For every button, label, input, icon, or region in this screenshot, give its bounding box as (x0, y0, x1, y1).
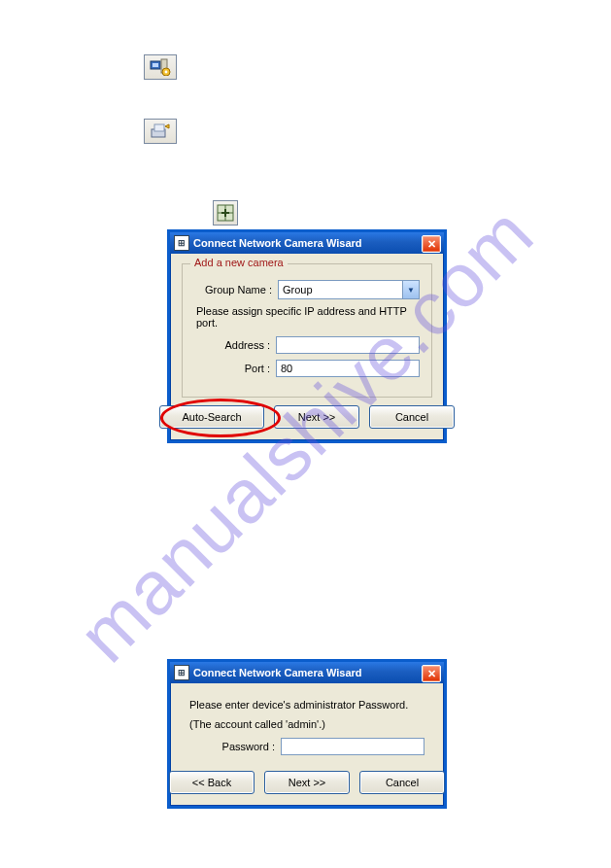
svg-rect-6 (154, 124, 164, 131)
computer-gear-icon[interactable] (144, 54, 177, 80)
password-input[interactable] (281, 738, 424, 755)
cancel-button[interactable]: Cancel (369, 405, 455, 429)
dialog-title: Connect Network Camera Wisard (193, 667, 362, 678)
password-label: Password : (187, 741, 281, 752)
password-instruction-1: Please enter device's administrator Pass… (189, 699, 426, 711)
chevron-down-icon[interactable]: ▼ (402, 281, 419, 298)
dialog-titlebar: ⊞ Connect Network Camera Wisard ✕ (170, 232, 444, 254)
app-icon: ⊞ (174, 665, 189, 680)
next-button[interactable]: Next >> (264, 771, 350, 794)
grid-plus-icon[interactable] (213, 200, 238, 226)
scanner-icon[interactable] (144, 119, 177, 144)
dialog-title: Connect Network Camera Wisard (193, 237, 362, 249)
svg-point-4 (165, 71, 168, 74)
app-icon: ⊞ (174, 235, 189, 251)
dialog-titlebar: ⊞ Connect Network Camera Wisard ✕ (170, 662, 444, 683)
group-name-select[interactable]: Group ▼ (278, 280, 420, 299)
instruction-text: Please assign specific IP address and HT… (196, 305, 420, 329)
password-dialog: ⊞ Connect Network Camera Wisard ✕ Please… (167, 659, 447, 809)
svg-rect-1 (153, 63, 158, 67)
close-icon[interactable]: ✕ (422, 665, 441, 682)
port-label: Port : (194, 363, 276, 374)
add-camera-dialog: ⊞ Connect Network Camera Wisard ✕ Add a … (167, 229, 447, 443)
fieldset-legend: Add a new camera (190, 257, 288, 268)
close-icon[interactable]: ✕ (422, 235, 441, 253)
auto-search-button[interactable]: Auto-Search (159, 405, 264, 429)
back-button[interactable]: << Back (169, 771, 255, 794)
group-name-label: Group Name : (194, 284, 278, 295)
port-input[interactable] (276, 360, 420, 377)
address-label: Address : (194, 339, 276, 351)
next-button[interactable]: Next >> (274, 405, 359, 429)
group-name-value: Group (283, 284, 313, 295)
add-camera-group: Add a new camera Group Name : Group ▼ Pl… (182, 263, 432, 398)
cancel-button[interactable]: Cancel (359, 771, 445, 794)
address-input[interactable] (276, 336, 420, 354)
password-instruction-2: (The account called 'admin'.) (189, 718, 426, 730)
